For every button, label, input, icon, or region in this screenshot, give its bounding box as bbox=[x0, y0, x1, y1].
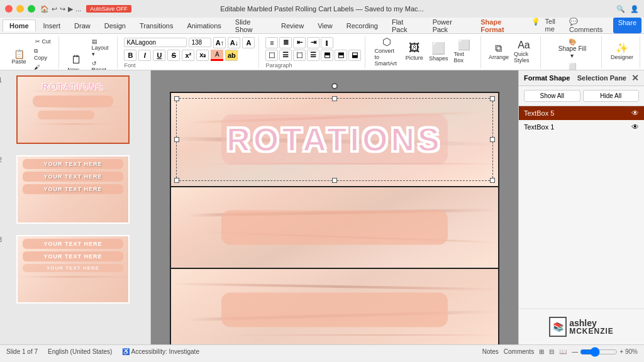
slide-thumb-3[interactable]: YOUR TEXT HERE YOUR TEXT HERE YOUR TEXT … bbox=[16, 235, 130, 304]
tab-insert[interactable]: Insert bbox=[37, 20, 67, 31]
text-highlight-btn[interactable]: ab bbox=[225, 50, 238, 61]
panel-item-textbox1[interactable]: TextBox 1 👁 bbox=[519, 120, 644, 134]
format-painter-button[interactable]: 🖌 Format bbox=[31, 63, 55, 71]
superscript-btn[interactable]: x² bbox=[182, 50, 194, 61]
designer-btn[interactable]: ✨ Designer bbox=[608, 37, 636, 66]
numbered-list-btn[interactable]: ≣ bbox=[279, 37, 292, 48]
clear-format-btn[interactable]: A bbox=[242, 37, 255, 48]
tab-draw[interactable]: Draw bbox=[68, 20, 97, 31]
italic-btn[interactable]: I bbox=[138, 50, 151, 61]
tab-transitions[interactable]: Transitions bbox=[133, 20, 179, 31]
maximize-button[interactable] bbox=[28, 5, 35, 13]
panel-item-textbox5[interactable]: TextBox 5 👁 bbox=[519, 106, 644, 120]
shapes-btn[interactable]: ⬜ Shapes bbox=[427, 37, 450, 66]
shape-fill-btn[interactable]: 🎨 Shape Fill ▾ bbox=[547, 37, 597, 60]
bullet-list-btn[interactable]: ≡ bbox=[265, 37, 278, 48]
visibility-icon-textbox1[interactable]: 👁 bbox=[631, 123, 639, 131]
title-bar-right: 🔍 👤 bbox=[616, 5, 639, 13]
slide-thumb-1[interactable]: ROTATIONS bbox=[16, 75, 130, 144]
slide-thumb-wrapper-3: 3 YOUR TEXT HERE YOUR TEXT HERE YOUR TEX… bbox=[4, 235, 147, 310]
align-left-btn[interactable]: ⬚ bbox=[265, 50, 278, 61]
strikethrough-btn[interactable]: S bbox=[167, 50, 180, 61]
tab-review[interactable]: Review bbox=[275, 20, 310, 31]
slide-section-1: ROTATIONS bbox=[171, 93, 498, 187]
align-bottom-btn[interactable]: ⬓ bbox=[348, 50, 361, 61]
slide-3-text-3: YOUR TEXT HERE bbox=[23, 264, 123, 272]
tab-design[interactable]: Design bbox=[98, 20, 132, 31]
rotate-handle[interactable] bbox=[331, 83, 338, 89]
slide-thumb-wrapper-1: 1 ROTATIONS bbox=[4, 75, 147, 150]
slide-3-text-2: YOUR TEXT HERE bbox=[23, 251, 123, 261]
selection-pane-title[interactable]: Selection Pane bbox=[577, 74, 626, 82]
bold-btn[interactable]: B bbox=[124, 50, 136, 61]
tab-slideshow[interactable]: Slide Show bbox=[229, 16, 274, 35]
font-size-input[interactable] bbox=[189, 38, 211, 47]
main-slide-canvas: ROTATIONS bbox=[170, 92, 499, 344]
columns-btn[interactable]: ⫿ bbox=[321, 37, 333, 48]
indent-right-btn[interactable]: ⇥ bbox=[307, 37, 319, 48]
align-center-btn[interactable]: ☰ bbox=[279, 50, 292, 61]
undo-icon[interactable]: ↩ bbox=[52, 5, 57, 13]
convert-smartart-btn[interactable]: ⬡ Convert to SmartArt bbox=[372, 37, 401, 66]
redo-icon[interactable]: ↪ bbox=[60, 5, 65, 13]
tab-shapeformat[interactable]: Shape Format bbox=[474, 16, 530, 35]
shape-outline-btn[interactable]: ⬜ Shape Outline ▾ bbox=[547, 62, 597, 71]
tab-powerpack[interactable]: Power Pack bbox=[426, 16, 474, 35]
layout-button[interactable]: ▤ Layout ▾ bbox=[89, 37, 114, 58]
hide-all-btn[interactable]: Hide All bbox=[583, 90, 640, 102]
rotations-title[interactable]: ROTATIONS bbox=[226, 121, 443, 158]
home-icon[interactable]: 🏠 bbox=[40, 5, 49, 13]
tell-me-label[interactable]: Tell me bbox=[545, 18, 565, 33]
drawing-group: ⬡ Convert to SmartArt 🖼 Picture ⬜ Shapes… bbox=[368, 36, 481, 69]
comments-btn[interactable]: 💬 Comments bbox=[569, 18, 608, 33]
font-color-btn[interactable]: A bbox=[211, 50, 223, 61]
play-icon[interactable]: ▶ bbox=[68, 5, 73, 13]
underline-btn[interactable]: U bbox=[153, 50, 165, 61]
new-slide-button[interactable]: 🗒 New Slide bbox=[65, 52, 88, 71]
decrease-font-btn[interactable]: A↓ bbox=[228, 37, 240, 48]
show-all-btn[interactable]: Show All bbox=[524, 90, 580, 102]
search-icon[interactable]: 🔍 bbox=[616, 5, 625, 13]
tab-home[interactable]: Home bbox=[3, 19, 36, 31]
align-middle-btn[interactable]: ⬒ bbox=[335, 50, 347, 61]
tab-animations[interactable]: Animations bbox=[180, 20, 227, 31]
slide-sorter-btn[interactable]: ⊟ bbox=[549, 348, 554, 355]
tab-view[interactable]: View bbox=[311, 20, 339, 31]
align-top-btn[interactable]: ⬒ bbox=[321, 50, 333, 61]
align-right-btn[interactable]: ⬚ bbox=[293, 50, 306, 61]
arrange-btn[interactable]: ⧉ Arrange bbox=[487, 37, 510, 66]
window-controls[interactable] bbox=[5, 5, 35, 13]
normal-view-btn[interactable]: ⊞ bbox=[539, 348, 544, 355]
tell-me-icon[interactable]: 💡 bbox=[531, 18, 540, 33]
title-bar: 🏠 ↩ ↪ ▶ ... AutoSave OFF Editable Marble… bbox=[0, 0, 644, 18]
tab-recording[interactable]: Recording bbox=[340, 20, 384, 31]
copy-button[interactable]: ⧉ Copy bbox=[31, 47, 55, 62]
picture-btn[interactable]: 🖼 Picture bbox=[403, 37, 426, 66]
justify-btn[interactable]: ☰ bbox=[307, 50, 319, 61]
subscript-btn[interactable]: x₂ bbox=[196, 50, 209, 61]
share-btn[interactable]: Share bbox=[613, 18, 641, 33]
reading-view-btn[interactable]: 📖 bbox=[559, 348, 567, 355]
font-name-input[interactable] bbox=[124, 38, 187, 47]
section-3-label-box[interactable] bbox=[221, 293, 448, 327]
quick-styles-btn[interactable]: Aa Quick Styles bbox=[511, 37, 536, 66]
close-button[interactable] bbox=[5, 5, 13, 13]
cut-button[interactable]: ✂ Cut bbox=[31, 37, 55, 46]
indent-left-btn[interactable]: ⇤ bbox=[293, 37, 306, 48]
visibility-icon-textbox5[interactable]: 👁 bbox=[631, 109, 639, 118]
close-panel-btn[interactable]: ✕ bbox=[631, 73, 639, 83]
minimize-button[interactable] bbox=[16, 5, 24, 13]
zoom-slider[interactable]: — + 90% bbox=[572, 347, 638, 357]
text-box-btn[interactable]: ⬜ Text Box bbox=[452, 37, 477, 66]
autosave-toggle[interactable]: AutoSave OFF bbox=[86, 5, 131, 13]
more-tools-icon[interactable]: ... bbox=[75, 5, 81, 13]
comments-btn-status[interactable]: Comments bbox=[504, 348, 534, 355]
zoom-range[interactable] bbox=[580, 347, 618, 357]
section-2-label-box[interactable] bbox=[221, 211, 448, 245]
slide-thumb-2[interactable]: YOUR TEXT HERE YOUR TEXT HERE YOUR TEXT … bbox=[16, 155, 130, 224]
notes-btn[interactable]: Notes bbox=[482, 348, 499, 355]
tab-flatpack[interactable]: Flat Pack bbox=[386, 16, 425, 35]
paste-button[interactable]: 📋 Paste bbox=[8, 43, 30, 70]
reset-button[interactable]: ↺ Reset bbox=[89, 59, 114, 71]
increase-font-btn[interactable]: A↑ bbox=[213, 37, 226, 48]
